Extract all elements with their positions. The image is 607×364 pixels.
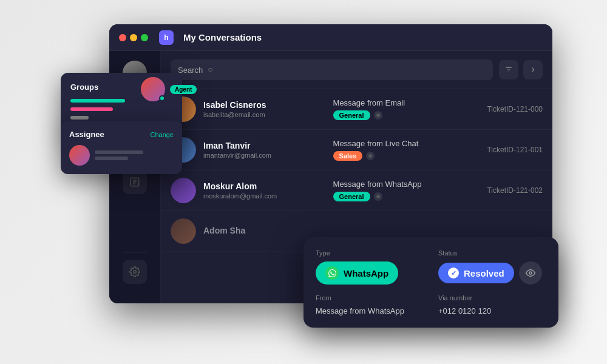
- resolved-check-icon: ✓: [448, 268, 459, 278]
- detail-popup: Type WhatsApp Status ✓ Resolved: [304, 237, 558, 328]
- tag-general-isabel: General: [333, 110, 370, 120]
- search-icon: ○: [208, 64, 219, 75]
- conv-tags-iman: Sales: [333, 151, 480, 161]
- titlebar: h My Conversations: [109, 24, 552, 51]
- sidebar-lower: [123, 252, 147, 294]
- window-title: My Conversations: [183, 32, 262, 42]
- filter-button[interactable]: [499, 60, 518, 79]
- assignee-header: Assignee Change: [69, 130, 174, 139]
- assignee-name-line: [95, 150, 143, 154]
- change-link[interactable]: Change: [150, 131, 174, 138]
- conv-email-iman: imantanvir@gmail.com: [203, 152, 326, 159]
- resolved-status-button[interactable]: ✓ Resolved: [438, 263, 514, 283]
- agent-area: Agent: [140, 76, 197, 103]
- conv-ticket-isabel: TicketID-121-000: [487, 105, 543, 113]
- conversation-item-0[interactable]: Isabel Cisneros isabelita@email.com Mess…: [161, 89, 552, 130]
- conv-name-iman: Iman Tanvir: [203, 141, 326, 150]
- detail-via-label: Via number: [438, 294, 546, 302]
- detail-status-col: Status ✓ Resolved: [438, 249, 546, 285]
- detail-type-status-row: Type WhatsApp Status ✓ Resolved: [316, 249, 546, 285]
- conv-message-area-isabel: Message from Email General: [333, 98, 480, 120]
- detail-from-row: From Message from WhatsApp Via number +0…: [316, 294, 546, 315]
- traffic-lights: [119, 34, 148, 41]
- detail-via-value: +012 0120 120: [438, 306, 546, 315]
- conv-tags-moskur: General: [333, 192, 480, 201]
- conv-details-moskur: Moskur Alom moskuralom@gmail.com: [203, 181, 326, 200]
- group-bar-pink: [70, 107, 113, 111]
- tag-sales-iman: Sales: [333, 151, 363, 161]
- conv-name-adom: Adom Sha: [203, 226, 543, 235]
- group-item-2: [70, 107, 172, 111]
- close-button[interactable]: [119, 34, 126, 41]
- assignee-panel: Assignee Change: [61, 121, 182, 174]
- conversation-item-1[interactable]: Iman Tanvir imantanvir@gmail.com Message…: [161, 130, 552, 170]
- agent-badge: Agent: [170, 85, 197, 94]
- conv-name-isabel: Isabel Cisneros: [203, 100, 326, 110]
- search-placeholder: Search: [178, 66, 203, 75]
- minimize-button[interactable]: [130, 34, 137, 41]
- tag-indicator-moskur: [374, 192, 382, 201]
- conv-details-iman: Iman Tanvir imantanvir@gmail.com: [203, 141, 326, 159]
- conv-message-area-moskur: Message from WhatsApp General: [333, 180, 480, 201]
- conv-message-moskur: Message from WhatsApp: [333, 180, 480, 189]
- agent-online-indicator: [159, 95, 165, 101]
- detail-from-col: From Message from WhatsApp: [316, 294, 424, 315]
- app-logo: h: [159, 30, 174, 45]
- assignee-role-line: [95, 157, 128, 160]
- group-item-3: [70, 116, 172, 120]
- conversation-item-2[interactable]: Moskur Alom moskuralom@gmail.com Message…: [161, 170, 552, 211]
- detail-from-label: From: [316, 294, 424, 302]
- svg-point-2: [134, 271, 137, 274]
- conv-ticket-moskur: TicketID-121-002: [487, 186, 543, 195]
- conv-message-iman: Message from Live Chat: [333, 139, 480, 148]
- eye-button[interactable]: [519, 261, 542, 285]
- group-bar-small: [70, 116, 89, 120]
- whatsapp-icon: [325, 266, 339, 280]
- assignee-avatar: [69, 145, 90, 166]
- whatsapp-type-button[interactable]: WhatsApp: [316, 261, 398, 285]
- tag-general-moskur: General: [333, 192, 370, 201]
- conv-email-moskur: moskuralom@gmail.com: [203, 192, 326, 200]
- detail-type-label: Type: [316, 249, 424, 257]
- agent-avatar[interactable]: [140, 76, 166, 103]
- sidebar-nav-settings[interactable]: [123, 260, 147, 284]
- conv-email-isabel: isabelita@email.com: [203, 111, 326, 118]
- conv-message-area-iman: Message from Live Chat Sales: [333, 139, 480, 161]
- conv-ticket-iman: TicketID-121-001: [487, 146, 543, 154]
- detail-type-col: Type WhatsApp: [316, 249, 424, 285]
- assignee-info: [69, 145, 174, 166]
- detail-status-label: Status: [438, 249, 546, 257]
- maximize-button[interactable]: [141, 34, 148, 41]
- sort-button[interactable]: [523, 60, 543, 79]
- whatsapp-label: WhatsApp: [344, 268, 388, 278]
- conv-avatar-adom: [171, 218, 196, 244]
- conv-details-adom: Adom Sha: [203, 226, 543, 237]
- conv-avatar-moskur: [171, 178, 196, 203]
- search-actions: [499, 60, 543, 79]
- resolved-label: Resolved: [464, 268, 504, 278]
- search-input-wrapper[interactable]: Search ○: [171, 59, 493, 80]
- conv-message-isabel: Message from Email: [333, 98, 480, 107]
- tag-indicator-isabel: [374, 111, 382, 120]
- assignee-text-lines: [95, 150, 143, 160]
- group-bar-cyan: [70, 99, 125, 103]
- svg-point-6: [529, 272, 532, 274]
- tag-indicator-iman: [366, 152, 375, 160]
- search-bar: Search ○: [161, 51, 552, 89]
- detail-from-value: Message from WhatsApp: [316, 306, 424, 315]
- detail-via-col: Via number +012 0120 120: [438, 294, 546, 315]
- conv-name-moskur: Moskur Alom: [203, 181, 326, 191]
- conv-details-isabel: Isabel Cisneros isabelita@email.com: [203, 100, 326, 118]
- conv-tags-isabel: General: [333, 110, 480, 120]
- assignee-title: Assignee: [69, 130, 104, 139]
